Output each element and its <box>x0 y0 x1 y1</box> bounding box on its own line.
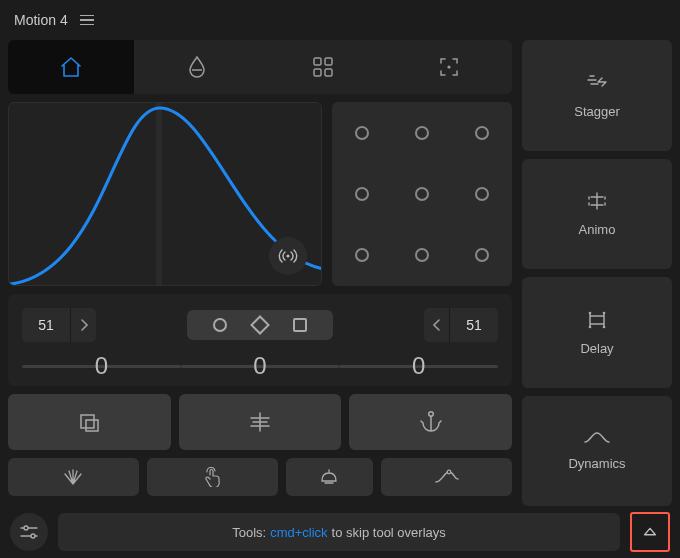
tab-grid[interactable] <box>260 40 386 94</box>
dynamics-icon <box>583 430 611 446</box>
svg-rect-1 <box>325 58 332 65</box>
bell-icon <box>319 468 339 486</box>
anchor-bl[interactable] <box>355 248 369 262</box>
status-bar: Tools: cmd+click to skip tool overlays <box>58 513 620 551</box>
slider-2[interactable] <box>181 352 340 380</box>
shape-picker <box>187 310 333 340</box>
shape-circle[interactable] <box>213 318 227 332</box>
svg-point-14 <box>24 526 28 530</box>
sidebar-animo-label: Animo <box>579 222 616 237</box>
mode-row <box>8 394 512 450</box>
settings-button[interactable] <box>10 513 48 551</box>
svg-point-10 <box>589 311 592 314</box>
align-icon <box>247 412 273 432</box>
anchor-mc[interactable] <box>415 187 429 201</box>
anchor-ml[interactable] <box>355 187 369 201</box>
easing-curve-panel[interactable] <box>8 102 322 286</box>
status-highlight: cmd+click <box>270 525 327 540</box>
caret-up-icon <box>641 523 659 541</box>
anchor-tl[interactable] <box>355 126 369 140</box>
grid-icon <box>312 56 334 78</box>
app-title: Motion 4 <box>14 12 68 28</box>
svg-rect-0 <box>314 58 321 65</box>
left-value[interactable]: 51 <box>22 317 70 333</box>
anchor-icon <box>420 410 442 434</box>
home-icon <box>59 56 83 78</box>
slider-1[interactable] <box>22 352 181 380</box>
delay-icon <box>585 309 609 331</box>
sidebar-animo[interactable]: Animo <box>522 159 672 270</box>
left-value-next[interactable] <box>70 308 96 342</box>
tab-drop[interactable] <box>134 40 260 94</box>
broadcast-button[interactable] <box>269 237 307 275</box>
stagger-icon <box>584 72 610 94</box>
sidebar-stagger[interactable]: Stagger <box>522 40 672 151</box>
tool-touch[interactable] <box>147 458 278 496</box>
animo-icon <box>584 190 610 212</box>
anchor-point-grid <box>332 102 512 286</box>
slider-3[interactable] <box>339 352 498 380</box>
right-value-prev[interactable] <box>424 308 450 342</box>
sidebar: Stagger Animo Delay Dynamics <box>522 40 672 506</box>
collapse-button[interactable] <box>630 512 670 552</box>
titlebar: Motion 4 <box>0 0 680 40</box>
sidebar-stagger-label: Stagger <box>574 104 620 119</box>
right-value-box: 51 <box>424 308 498 342</box>
sidebar-delay-label: Delay <box>580 341 613 356</box>
menu-icon[interactable] <box>80 15 94 26</box>
svg-rect-6 <box>81 415 94 428</box>
tool-curve[interactable] <box>381 458 512 496</box>
left-value-box: 51 <box>22 308 96 342</box>
svg-point-11 <box>603 311 606 314</box>
broadcast-icon <box>278 247 298 265</box>
svg-rect-3 <box>325 69 332 76</box>
anchor-mr[interactable] <box>475 187 489 201</box>
tab-home[interactable] <box>8 40 134 94</box>
right-value[interactable]: 51 <box>450 317 498 333</box>
svg-rect-2 <box>314 69 321 76</box>
anchor-bc[interactable] <box>415 248 429 262</box>
sidebar-dynamics[interactable]: Dynamics <box>522 396 672 507</box>
scale-icon <box>77 411 101 433</box>
tool-bell[interactable] <box>286 458 373 496</box>
sidebar-delay[interactable]: Delay <box>522 277 672 388</box>
status-prefix: Tools: <box>232 525 266 540</box>
status-suffix: to skip tool overlays <box>332 525 446 540</box>
anchor-br[interactable] <box>475 248 489 262</box>
anchor-tr[interactable] <box>475 126 489 140</box>
tab-focus[interactable] <box>386 40 512 94</box>
value-panel: 51 51 <box>8 294 512 386</box>
svg-rect-7 <box>86 420 98 431</box>
shape-diamond[interactable] <box>250 315 270 335</box>
touch-icon <box>202 467 222 487</box>
sliders-icon <box>19 524 39 540</box>
svg-point-9 <box>447 470 451 474</box>
sidebar-dynamics-label: Dynamics <box>568 456 625 471</box>
svg-point-12 <box>589 325 592 328</box>
svg-point-15 <box>31 534 35 538</box>
mode-align[interactable] <box>179 394 342 450</box>
svg-point-5 <box>286 254 289 257</box>
tool-fan[interactable] <box>8 458 139 496</box>
tool-strip <box>8 458 512 496</box>
drop-icon <box>187 55 207 79</box>
anchor-tc[interactable] <box>415 126 429 140</box>
svg-point-4 <box>447 65 450 68</box>
footer: Tools: cmd+click to skip tool overlays <box>0 512 680 558</box>
focus-icon <box>438 56 460 78</box>
shape-square[interactable] <box>293 318 307 332</box>
svg-point-13 <box>603 325 606 328</box>
fan-icon <box>62 468 84 486</box>
nav-tabs <box>8 40 512 94</box>
mode-anchor[interactable] <box>349 394 512 450</box>
mode-scale[interactable] <box>8 394 171 450</box>
curve-icon <box>434 469 460 485</box>
sliders-row <box>22 352 498 380</box>
